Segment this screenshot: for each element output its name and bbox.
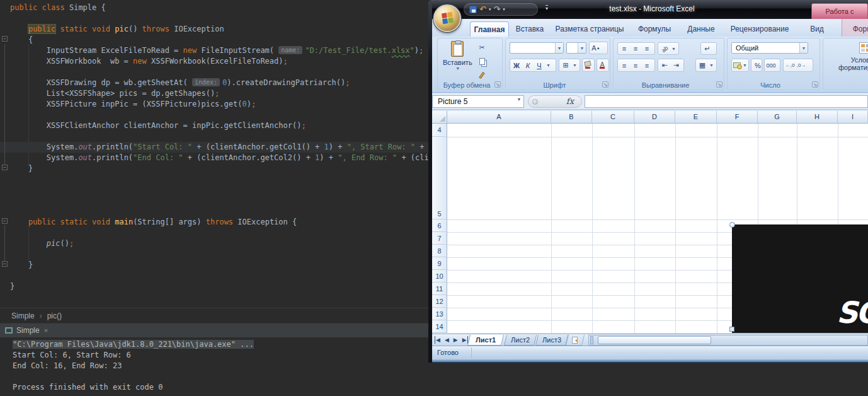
underline-button[interactable]: Ч [534,60,544,71]
column-header-A[interactable]: A [447,111,551,124]
code-line[interactable]: System.out.println("Start Col: " + (clie… [0,142,429,153]
picture-resize-handle-square[interactable] [729,327,734,332]
console-tab[interactable]: Simple [16,326,40,335]
column-header-E[interactable]: E [675,111,717,124]
code-line[interactable] [10,13,429,24]
cut-button[interactable]: ✂ [477,42,487,53]
code-line[interactable] [10,195,429,206]
copy-button[interactable] [477,56,487,67]
ribbon-tab-Главная[interactable]: Главная [470,21,509,37]
column-header-H[interactable]: H [797,111,838,124]
name-box-dropdown-icon[interactable]: ▼ [515,93,523,105]
insert-function-button[interactable]: fx [566,96,574,106]
code-line[interactable]: XSSFClientAnchor clientAnchor = inpPic.g… [10,120,429,131]
ribbon-tab-Формулы[interactable]: Формулы [632,21,677,37]
ribbon-tab-Вставка[interactable]: Вставка [511,21,548,37]
italic-button[interactable]: К [523,60,533,71]
align-middle-icon[interactable]: ≡ [631,44,641,54]
align-top-icon[interactable]: ≡ [619,44,629,54]
code-line[interactable]: public class Simple { [10,3,429,13]
code-line[interactable]: } [10,260,429,271]
align-left-icon[interactable]: ≡ [619,60,629,71]
code-line[interactable] [10,271,429,281]
code-line[interactable] [10,185,429,195]
paste-button[interactable]: Вставить ▼ [443,41,472,71]
code-editor[interactable]: public class Simple { public static void… [0,0,429,308]
row-header-9[interactable]: 9 [432,257,447,270]
increase-decimal-icon[interactable]: ←,0 [785,60,795,71]
align-bottom-icon[interactable]: ≡ [642,44,652,54]
code-line[interactable]: { [10,35,429,45]
underline-dropdown-icon[interactable]: ▼ [546,63,551,67]
next-sheet-icon[interactable]: ▶ [454,336,458,344]
font-dialog-launcher-icon[interactable]: ↘ [602,81,608,88]
breadcrumb-method[interactable]: pic() [47,312,62,320]
title-bar[interactable]: ↶▾ ↷▾ ▾ test.xlsx - Microsoft Excel Рабо… [428,0,868,19]
row-header-4[interactable]: 4 [432,124,447,137]
code-line[interactable] [10,110,429,120]
code-line[interactable]: pic(); [10,238,429,249]
align-center-icon[interactable]: ≡ [631,60,641,71]
column-header-F[interactable]: F [717,111,758,124]
code-line[interactable]: public static void main(String[] args) t… [10,217,429,228]
ribbon-tab-Вид[interactable]: Вид [802,21,831,37]
orientation-button[interactable]: ab▼ [658,42,679,55]
row-header-13[interactable]: 13 [432,308,447,320]
column-header-G[interactable]: G [758,111,797,124]
row-header-14[interactable]: 14 [432,320,447,333]
alignment-dialog-launcher-icon[interactable]: ↘ [716,81,722,88]
format-painter-button[interactable] [477,70,487,81]
merge-center-button[interactable]: ▦▼ [695,59,717,72]
sheet-tab-Лист3[interactable]: Лист3 [535,335,568,346]
ribbon-tab-Разметка страницы[interactable]: Разметка страницы [552,21,627,37]
code-line[interactable]: } [10,163,429,174]
sheet-tab-Лист1[interactable]: Лист1 [467,335,504,346]
horizontal-scrollbar[interactable] [588,335,868,346]
code-line[interactable] [10,249,429,260]
font-size-combo[interactable]: ▼ [566,42,586,54]
ribbon-tab-Рецензирование[interactable]: Рецензирование [726,21,794,37]
ribbon-tab-Формат[interactable]: Формат [850,21,868,37]
number-dialog-launcher-icon[interactable]: ↘ [812,81,818,88]
conditional-formatting-button[interactable]: Условное форматирование [838,42,868,71]
console-tab-close-icon[interactable]: × [44,327,48,334]
row-header-11[interactable]: 11 [432,282,447,295]
number-format-combo[interactable]: Общий ▼ [731,42,808,54]
row-header-12[interactable]: 12 [432,295,447,308]
row-header-8[interactable]: 8 [432,245,447,257]
align-right-icon[interactable]: ≡ [642,60,652,71]
column-header-I[interactable]: I [838,111,868,124]
increase-indent-icon[interactable]: ⇥ [671,60,681,71]
row-header-10[interactable]: 10 [432,270,447,282]
worksheet-grid[interactable]: SO ABCDEFGHI4567891011121314 [428,111,868,333]
code-line[interactable] [10,228,429,238]
ribbon-tab-Данные[interactable]: Данные [682,21,721,37]
row-header-5[interactable]: 5 [432,137,447,219]
thousands-button[interactable]: 000 [764,59,780,72]
grow-font-button[interactable]: A▲ [591,43,601,54]
code-line[interactable]: XSSFPicture inpPic = (XSSFPicture)pics.g… [10,99,429,110]
office-button[interactable] [433,4,461,32]
font-color-button[interactable]: А [597,59,609,72]
undo-icon[interactable]: ↶ [479,6,486,13]
code-line[interactable] [10,206,429,217]
redo-icon[interactable]: ↷ [493,6,500,13]
fold-marker-icon[interactable]: − [2,36,8,42]
fold-marker-icon[interactable]: − [2,261,8,267]
clipboard-dialog-launcher-icon[interactable]: ↘ [494,81,501,88]
code-line[interactable] [10,67,429,78]
picture-resize-handle-circle[interactable] [729,222,735,228]
row-header-7[interactable]: 7 [432,232,447,245]
code-line[interactable]: XSSFDrawing dp = wb.getSheetAt( index:0)… [10,78,429,88]
sheet-tab-Лист2[interactable]: Лист2 [504,335,537,346]
decrease-indent-icon[interactable]: ⇤ [660,60,670,71]
undo-dropdown-icon[interactable]: ▾ [489,7,491,12]
select-all-corner[interactable] [432,111,447,124]
border-button[interactable]: ⊞▼ [559,59,580,72]
last-sheet-icon[interactable]: ▶ [462,336,468,344]
row-header-6[interactable]: 6 [432,219,447,232]
code-line[interactable]: public static void pic() throws IOExcept… [10,24,429,35]
code-line[interactable]: } [10,281,429,292]
qat-customize-icon[interactable]: ▾ [545,5,548,11]
code-line[interactable]: System.out.println("End Col: " + (client… [10,153,429,163]
